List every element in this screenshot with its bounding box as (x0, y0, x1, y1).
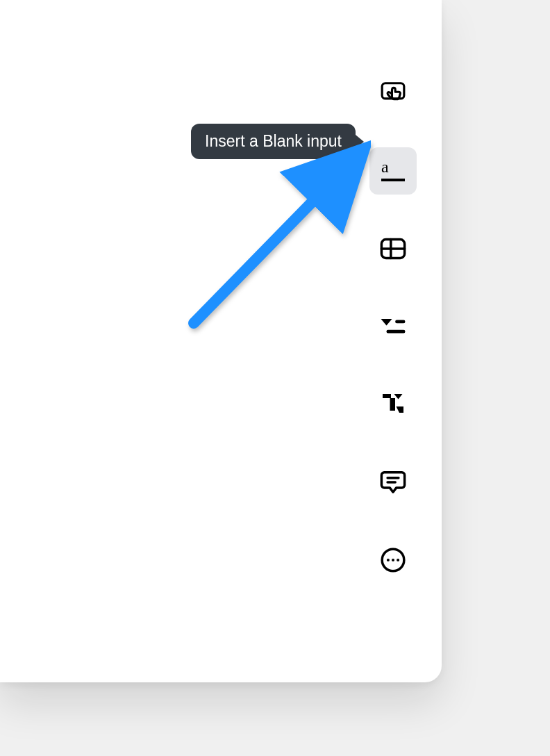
more-tool[interactable] (369, 536, 417, 584)
svg-rect-6 (387, 330, 406, 334)
svg-point-16 (397, 559, 399, 561)
tooltip-text: Insert a Blank input (205, 132, 342, 150)
comment-icon (380, 470, 406, 495)
insert-toolbar: a (369, 69, 417, 584)
more-horizontal-icon (380, 547, 406, 573)
tooltip: Insert a Blank input (191, 124, 356, 159)
formatting-tool[interactable] (369, 381, 417, 428)
interactive-button-tool[interactable] (369, 69, 417, 117)
table-icon (380, 237, 406, 261)
dropdown-list-icon (380, 316, 406, 337)
table-tool[interactable] (369, 225, 417, 272)
svg-rect-9 (390, 398, 396, 411)
svg-marker-4 (381, 319, 392, 326)
hand-button-icon (380, 80, 406, 106)
blank-input-tool[interactable]: a (369, 147, 417, 195)
svg-rect-5 (395, 320, 405, 324)
svg-marker-7 (383, 394, 391, 398)
svg-marker-10 (397, 406, 404, 413)
annotation-arrow (183, 139, 371, 334)
svg-point-14 (387, 559, 390, 561)
dropdown-list-tool[interactable] (369, 303, 417, 350)
editor-panel: a (0, 0, 442, 682)
svg-line-18 (194, 163, 350, 323)
svg-marker-8 (394, 394, 403, 400)
blank-input-icon: a (381, 159, 405, 183)
svg-point-15 (392, 559, 394, 561)
formatting-icon (381, 392, 406, 417)
comment-tool[interactable] (369, 459, 417, 506)
blank-input-icon-letter: a (381, 158, 389, 176)
